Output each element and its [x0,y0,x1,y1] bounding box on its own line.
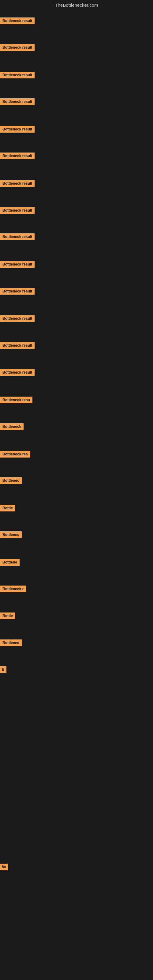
bottleneck-row-13: Bottleneck result [0,342,35,349]
header: TheBottlenecker.com [0,0,153,11]
bottleneck-row-25: B [0,666,6,673]
bottleneck-row-6: Bottleneck result [0,153,35,159]
bottleneck-row-12: Bottleneck result [0,315,35,322]
bottleneck-row-21: Bottlene [0,559,19,566]
bottleneck-badge-17: Bottleneck res [0,451,30,458]
bottleneck-row-7: Bottleneck result [0,180,35,187]
site-title: TheBottlenecker.com [0,0,153,11]
bottleneck-row-17: Bottleneck res [0,451,30,458]
bottleneck-badge-13: Bottleneck result [0,342,35,349]
bottleneck-row-18: Bottlenec [0,477,22,484]
bottleneck-badge-14: Bottleneck result [0,369,35,376]
bottleneck-badge-29: Bo [0,864,8,870]
bottleneck-row-11: Bottleneck result [0,288,35,294]
bottleneck-row-1: Bottleneck result [0,18,35,24]
bottleneck-row-29: Bo [0,864,8,870]
bottleneck-row-19: Bottle [0,505,15,511]
bottleneck-badge-19: Bottle [0,505,15,511]
bottleneck-badge-22: Bottleneck r [0,585,26,592]
bottleneck-row-8: Bottleneck result [0,207,35,214]
bottleneck-row-15: Bottleneck resu [0,396,32,403]
bottleneck-badge-21: Bottlene [0,559,19,566]
bottleneck-badge-23: Bottle [0,612,15,619]
bottleneck-row-22: Bottleneck r [0,585,26,592]
bottleneck-badge-6: Bottleneck result [0,153,35,159]
bottleneck-badge-12: Bottleneck result [0,315,35,322]
bottleneck-row-16: Bottleneck [0,423,24,430]
bottleneck-row-20: Bottlenec [0,531,22,538]
bottleneck-badge-18: Bottlenec [0,477,22,484]
bottleneck-badge-9: Bottleneck result [0,233,35,240]
bottleneck-badge-5: Bottleneck result [0,126,35,133]
bottleneck-badge-11: Bottleneck result [0,288,35,294]
bottleneck-row-4: Bottleneck result [0,98,35,105]
bottleneck-badge-10: Bottleneck result [0,261,35,268]
bottleneck-row-2: Bottleneck result [0,44,35,51]
bottleneck-badge-4: Bottleneck result [0,98,35,105]
bottleneck-row-24: Bottlenec [0,640,22,646]
bottleneck-badge-20: Bottlenec [0,531,22,538]
bottleneck-badge-1: Bottleneck result [0,18,35,24]
bottleneck-badge-15: Bottleneck resu [0,396,32,403]
bottleneck-badge-3: Bottleneck result [0,72,35,78]
bottleneck-badge-8: Bottleneck result [0,207,35,214]
bottleneck-row-5: Bottleneck result [0,126,35,133]
bottleneck-row-23: Bottle [0,612,15,619]
bottleneck-badge-25: B [0,666,6,673]
bottleneck-badge-7: Bottleneck result [0,180,35,187]
bottleneck-row-10: Bottleneck result [0,261,35,268]
bottleneck-row-9: Bottleneck result [0,233,35,240]
bottleneck-row-14: Bottleneck result [0,369,35,376]
bottleneck-badge-24: Bottlenec [0,640,22,646]
bottleneck-badge-2: Bottleneck result [0,44,35,51]
bottleneck-badge-16: Bottleneck [0,423,24,430]
bottleneck-row-3: Bottleneck result [0,72,35,78]
